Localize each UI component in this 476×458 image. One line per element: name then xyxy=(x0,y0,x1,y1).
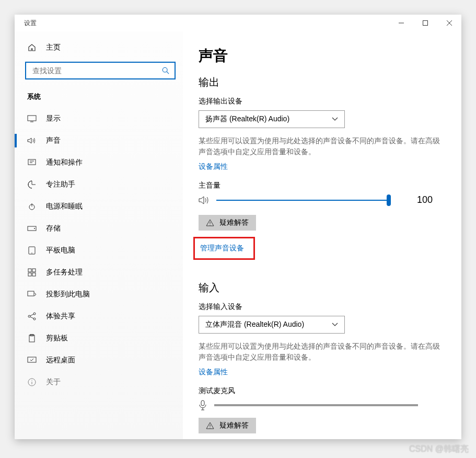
output-troubleshoot-button[interactable]: 疑难解答 xyxy=(199,215,256,231)
nav-item-shared[interactable]: 体验共享 xyxy=(15,305,183,327)
speaker-icon[interactable] xyxy=(199,196,209,205)
close-button[interactable] xyxy=(437,15,461,31)
nav-item-about[interactable]: 关于 xyxy=(15,371,183,393)
settings-window: 设置 主页 xyxy=(15,15,461,439)
svg-rect-11 xyxy=(28,273,31,276)
power-icon xyxy=(27,202,37,211)
section-label: 系统 xyxy=(15,90,183,108)
svg-rect-10 xyxy=(32,269,36,272)
troubleshoot-label: 疑难解答 xyxy=(219,218,249,227)
nav-label: 平板电脑 xyxy=(46,246,75,255)
window-controls xyxy=(389,15,461,31)
tablet-icon xyxy=(27,246,37,255)
manage-sound-devices-link[interactable]: 管理声音设备 xyxy=(193,237,255,260)
nav-label: 通知和操作 xyxy=(46,158,83,167)
nav-label: 多任务处理 xyxy=(46,268,83,277)
nav-item-sound[interactable]: 声音 xyxy=(15,130,183,152)
multitask-icon xyxy=(27,268,37,277)
microphone-icon xyxy=(199,400,207,410)
input-device-select[interactable]: 立体声混音 (Realtek(R) Audio) xyxy=(199,316,345,334)
volume-slider[interactable] xyxy=(216,200,389,201)
project-icon xyxy=(27,290,37,299)
svg-rect-19 xyxy=(28,357,36,362)
output-description: 某些应用可以设置为使用与此处选择的声音设备不同的声音设备。请在高级声音选项中自定… xyxy=(199,135,440,157)
svg-point-1 xyxy=(162,67,167,72)
input-troubleshoot-button[interactable]: 疑难解答 xyxy=(199,418,256,433)
nav-label: 体验共享 xyxy=(46,312,75,321)
svg-rect-21 xyxy=(201,400,204,406)
search-field[interactable] xyxy=(32,66,162,75)
chevron-down-icon xyxy=(332,117,338,121)
svg-point-14 xyxy=(28,315,30,317)
home-icon xyxy=(27,43,37,52)
output-device-select[interactable]: 扬声器 (Realtek(R) Audio) xyxy=(199,110,345,128)
about-icon xyxy=(27,377,37,387)
nav-label: 远程桌面 xyxy=(46,356,75,365)
svg-rect-13 xyxy=(28,291,34,296)
content-area: 主页 系统 显示 声音 通知和操作 xyxy=(15,31,461,439)
mic-test-row xyxy=(199,400,440,410)
watermark: CSDN @韩曙亮 xyxy=(409,444,469,455)
slider-thumb[interactable] xyxy=(387,194,391,206)
mic-test-label: 测试麦克风 xyxy=(199,386,440,396)
nav-label: 剪贴板 xyxy=(46,334,68,343)
svg-rect-12 xyxy=(32,273,36,276)
notifications-icon xyxy=(27,158,37,167)
nav-item-remote[interactable]: 远程桌面 xyxy=(15,349,183,371)
volume-control: 100 xyxy=(199,194,440,205)
volume-value: 100 xyxy=(417,194,433,205)
nav-label: 专注助手 xyxy=(46,180,75,189)
display-icon xyxy=(27,114,37,123)
svg-rect-2 xyxy=(28,116,36,121)
main-content: 声音 输出 选择输出设备 扬声器 (Realtek(R) Audio) 某些应用… xyxy=(183,31,461,439)
svg-point-15 xyxy=(33,313,36,315)
nav-item-notifications[interactable]: 通知和操作 xyxy=(15,152,183,174)
search-input[interactable] xyxy=(25,62,176,79)
svg-point-6 xyxy=(34,228,35,229)
remote-icon xyxy=(27,356,37,365)
output-heading: 输出 xyxy=(199,75,440,89)
page-title: 声音 xyxy=(199,46,440,66)
svg-point-8 xyxy=(31,253,32,254)
sound-icon xyxy=(27,136,37,145)
output-props-link[interactable]: 设备属性 xyxy=(199,162,228,171)
input-select-label: 选择输入设备 xyxy=(199,302,440,312)
mic-level-meter xyxy=(214,404,418,406)
input-props-link[interactable]: 设备属性 xyxy=(199,368,228,377)
window-title: 设置 xyxy=(24,19,37,28)
titlebar: 设置 xyxy=(15,15,461,31)
warning-icon xyxy=(206,219,214,226)
nav-item-power[interactable]: 电源和睡眠 xyxy=(15,196,183,217)
svg-rect-3 xyxy=(28,159,36,165)
home-label: 主页 xyxy=(46,43,61,52)
nav-label: 显示 xyxy=(46,114,61,123)
nav-label: 存储 xyxy=(46,224,61,233)
nav-item-project[interactable]: 投影到此电脑 xyxy=(15,283,183,305)
minimize-button[interactable] xyxy=(389,15,413,31)
nav-item-tablet[interactable]: 平板电脑 xyxy=(15,239,183,261)
nav-item-display[interactable]: 显示 xyxy=(15,108,183,130)
nav-label: 投影到此电脑 xyxy=(46,290,90,299)
svg-rect-0 xyxy=(423,21,428,26)
storage-icon xyxy=(27,224,37,233)
maximize-button[interactable] xyxy=(413,15,437,31)
nav-label: 关于 xyxy=(46,377,61,387)
clipboard-icon xyxy=(27,334,37,343)
home-link[interactable]: 主页 xyxy=(15,39,183,56)
nav-label: 声音 xyxy=(46,136,61,145)
input-selected-value: 立体声混音 (Realtek(R) Audio) xyxy=(205,320,304,329)
nav-item-storage[interactable]: 存储 xyxy=(15,217,183,239)
volume-label: 主音量 xyxy=(199,181,440,190)
shared-icon xyxy=(27,312,37,321)
input-description: 某些应用可以设置为使用与此处选择的声音设备不同的声音设备。请在高级声音选项中自定… xyxy=(199,341,440,363)
svg-rect-9 xyxy=(28,269,31,272)
nav-item-focus[interactable]: 专注助手 xyxy=(15,174,183,196)
nav-label: 电源和睡眠 xyxy=(46,202,83,211)
nav-item-multitask[interactable]: 多任务处理 xyxy=(15,261,183,283)
output-select-label: 选择输出设备 xyxy=(199,97,440,106)
troubleshoot-label: 疑难解答 xyxy=(219,421,249,430)
output-selected-value: 扬声器 (Realtek(R) Audio) xyxy=(205,115,289,124)
nav-item-clipboard[interactable]: 剪贴板 xyxy=(15,327,183,349)
focus-icon xyxy=(27,180,37,189)
search-icon xyxy=(162,67,169,74)
